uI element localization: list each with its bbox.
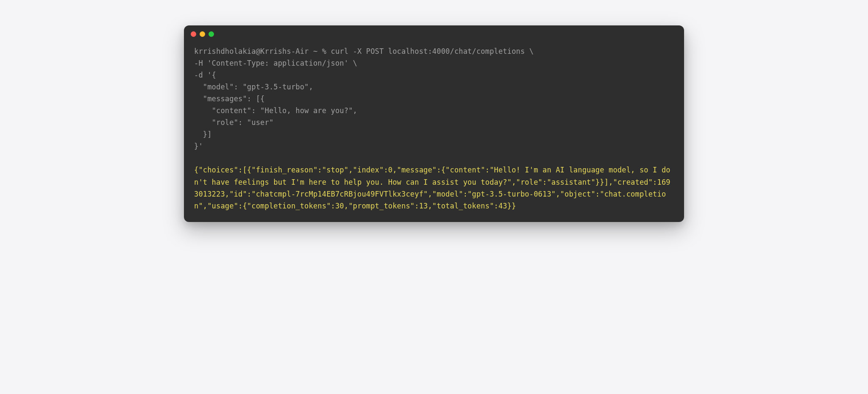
maximize-icon[interactable]	[209, 31, 214, 37]
terminal-command: krrishdholakia@Krrishs-Air ~ % curl -X P…	[194, 45, 674, 152]
close-icon[interactable]	[191, 31, 196, 37]
terminal-window: krrishdholakia@Krrishs-Air ~ % curl -X P…	[184, 25, 684, 222]
window-titlebar	[184, 25, 684, 40]
terminal-body[interactable]: krrishdholakia@Krrishs-Air ~ % curl -X P…	[184, 40, 684, 222]
terminal-output: {"choices":[{"finish_reason":"stop","ind…	[194, 164, 674, 211]
minimize-icon[interactable]	[200, 31, 205, 37]
